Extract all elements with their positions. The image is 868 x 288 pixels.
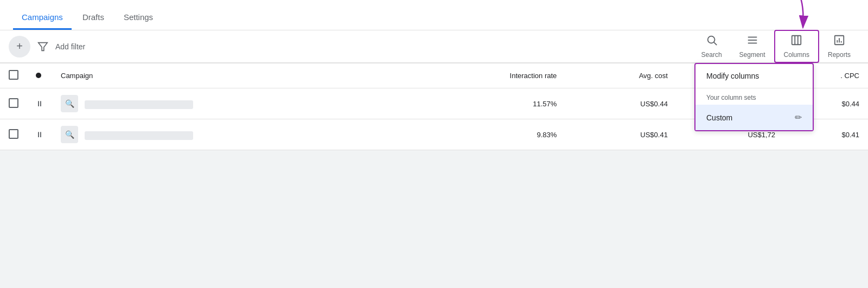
row2-checkbox	[0, 119, 27, 150]
header-avg-cost: Avg. cost	[565, 63, 676, 88]
header-campaign: Campaign	[52, 63, 411, 88]
svg-rect-6	[792, 36, 801, 45]
row1-avg-cost: US$0.44	[565, 88, 676, 119]
filter-icon[interactable]	[37, 41, 49, 53]
svg-line-2	[714, 42, 717, 45]
tab-drafts[interactable]: Drafts	[74, 4, 113, 30]
search-label: Search	[701, 51, 722, 59]
segment-action[interactable]: Segment	[731, 31, 774, 62]
row1-name-placeholder	[85, 100, 193, 109]
columns-label: Columns	[784, 51, 809, 59]
row2-interaction-rate: 9.83%	[411, 119, 565, 150]
tab-settings[interactable]: Settings	[115, 4, 162, 30]
segment-label: Segment	[739, 51, 765, 59]
status-indicator	[36, 73, 41, 78]
row1-checkbox	[0, 88, 27, 119]
row1-status: ⏸	[27, 88, 52, 119]
columns-icon	[790, 34, 802, 49]
row2-status: ⏸	[27, 119, 52, 150]
header-status	[27, 63, 52, 88]
reports-label: Reports	[828, 51, 851, 59]
row1-campaign: 🔍	[52, 88, 411, 119]
svg-marker-0	[39, 42, 48, 50]
add-button[interactable]: +	[9, 36, 30, 57]
row2-avg-cost: US$0.41	[565, 119, 676, 150]
row2-search-icon: 🔍	[61, 126, 78, 143]
columns-action[interactable]: Columns	[774, 30, 819, 63]
svg-point-1	[707, 36, 714, 43]
row1-pause-icon: ⏸	[36, 99, 43, 108]
reports-action[interactable]: Reports	[819, 31, 859, 62]
columns-dropdown: Modify columns Your column sets Custom ✏	[694, 63, 814, 131]
row2-pause-icon: ⏸	[36, 130, 43, 139]
row2-select-checkbox[interactable]	[9, 129, 18, 139]
tab-campaigns[interactable]: Campaigns	[13, 4, 72, 30]
toolbar-right: Search Segment Columns	[693, 30, 859, 63]
plus-icon: +	[16, 40, 23, 53]
header-interaction-rate: Interaction rate	[411, 63, 565, 88]
modify-columns-label: Modify columns	[706, 72, 759, 80]
search-action[interactable]: Search	[693, 31, 731, 62]
reports-icon	[833, 34, 845, 49]
modify-columns-item[interactable]: Modify columns	[695, 64, 813, 88]
edit-icon[interactable]: ✏	[795, 112, 802, 123]
your-column-sets-label: Your column sets	[695, 88, 813, 105]
row2-campaign: 🔍	[52, 119, 411, 150]
toolbar-left: + Add filter	[9, 36, 693, 57]
row1-interaction-rate: 11.57%	[411, 88, 565, 119]
header-checkbox	[0, 63, 27, 88]
custom-item[interactable]: Custom ✏	[695, 105, 813, 130]
segment-icon	[746, 34, 758, 49]
row1-select-checkbox[interactable]	[9, 98, 18, 108]
custom-label: Custom	[706, 113, 732, 122]
row1-search-icon: 🔍	[61, 95, 78, 112]
toolbar: + Add filter Search	[0, 30, 868, 63]
add-filter-label: Add filter	[55, 42, 85, 51]
select-all-checkbox[interactable]	[9, 70, 18, 80]
search-icon	[706, 34, 718, 49]
row2-name-placeholder	[85, 131, 193, 140]
top-tabs-bar: Campaigns Drafts Settings	[0, 0, 868, 30]
